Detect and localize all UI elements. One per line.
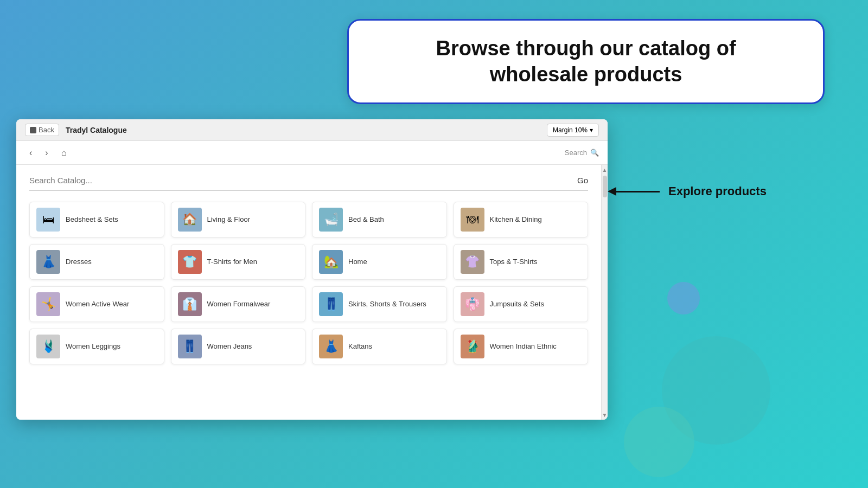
category-card-jeans[interactable]: 👖Women Jeans — [171, 329, 306, 364]
category-label-jeans: Women Jeans — [207, 342, 252, 351]
category-label-formalwear: Women Formalwear — [207, 300, 271, 309]
callout-line2: wholesale products — [490, 63, 682, 86]
nav-back-button[interactable]: ‹ — [25, 146, 36, 160]
category-card-kaftans[interactable]: 👗Kaftans — [312, 329, 447, 364]
category-thumb-tops: 👚 — [461, 250, 484, 274]
category-label-bed-bath: Bed & Bath — [348, 215, 384, 224]
svg-rect-0 — [30, 127, 36, 133]
category-thumb-skirts: 👖 — [319, 292, 343, 316]
nav-search-placeholder: Search — [565, 149, 587, 157]
nav-forward-button[interactable]: › — [41, 146, 52, 160]
arrow-shaft — [616, 191, 660, 192]
content-area-wrapper: Go 🛏Bedsheet & Sets🏠Living & Floor🛁Bed &… — [16, 165, 608, 420]
scrollbar-track: ▲ ▼ — [601, 165, 608, 420]
category-label-ethnic: Women Indian Ethnic — [490, 342, 557, 351]
category-grid: 🛏Bedsheet & Sets🏠Living & Floor🛁Bed & Ba… — [29, 202, 588, 364]
callout-box: Browse through our catalog of wholesale … — [347, 19, 825, 104]
category-label-home: Home — [348, 258, 367, 267]
back-icon — [30, 127, 36, 133]
scroll-up-arrow[interactable]: ▲ — [602, 166, 608, 174]
category-label-skirts: Skirts, Shorts & Trousers — [348, 300, 426, 309]
category-card-activewear[interactable]: 🤸Women Active Wear — [29, 286, 164, 322]
nav-home-button[interactable]: ⌂ — [57, 146, 71, 160]
category-label-dresses: Dresses — [66, 258, 92, 267]
category-thumb-dresses: 👗 — [36, 250, 60, 274]
category-thumb-home: 🏡 — [319, 250, 343, 274]
category-thumb-bed-bath: 🛁 — [319, 208, 343, 232]
category-thumb-ethnic: 🥻 — [461, 335, 484, 358]
category-card-tops[interactable]: 👚Tops & T-Shirts — [454, 244, 589, 280]
category-label-bedsheet: Bedsheet & Sets — [66, 215, 118, 224]
content-area: Go 🛏Bedsheet & Sets🏠Living & Floor🛁Bed &… — [16, 165, 601, 420]
callout-line1: Browse through our catalog of — [436, 37, 736, 60]
category-card-bed-bath[interactable]: 🛁Bed & Bath — [312, 202, 447, 237]
deco-circle-1 — [667, 282, 700, 314]
category-card-bedsheet[interactable]: 🛏Bedsheet & Sets — [29, 202, 164, 237]
explore-label-container: Explore products — [608, 184, 767, 198]
title-bar-left: Back Tradyl Catalogue — [25, 124, 127, 136]
category-thumb-kitchen: 🍽 — [461, 208, 484, 232]
category-card-dresses[interactable]: 👗Dresses — [29, 244, 164, 280]
category-card-home[interactable]: 🏡Home — [312, 244, 447, 280]
nav-back-icon: ‹ — [29, 148, 32, 157]
category-thumb-tshirts-men: 👕 — [178, 250, 202, 274]
category-card-skirts[interactable]: 👖Skirts, Shorts & Trousers — [312, 286, 447, 322]
back-button[interactable]: Back — [25, 124, 59, 136]
category-label-tops: Tops & T-Shirts — [490, 258, 538, 267]
category-thumb-bedsheet: 🛏 — [36, 208, 60, 232]
go-label: Go — [577, 176, 588, 185]
browser-window: Back Tradyl Catalogue Margin 10% ▾ ‹ › ⌂… — [16, 119, 608, 420]
search-catalog-input[interactable] — [29, 176, 246, 185]
category-card-formalwear[interactable]: 👔Women Formalwear — [171, 286, 306, 322]
category-card-jumpsuits[interactable]: 👘Jumpsuits & Sets — [454, 286, 589, 322]
category-label-leggings: Women Leggings — [66, 342, 120, 351]
search-row: Go — [29, 176, 588, 191]
deco-circle-3 — [624, 407, 694, 477]
category-thumb-living: 🏠 — [178, 208, 202, 232]
search-icon: 🔍 — [590, 149, 599, 157]
category-thumb-leggings: 🩱 — [36, 335, 60, 358]
nav-forward-icon: › — [45, 148, 48, 157]
scroll-down-arrow[interactable]: ▼ — [602, 411, 608, 419]
category-thumb-activewear: 🤸 — [36, 292, 60, 316]
arrow-line — [608, 187, 660, 196]
app-title: Tradyl Catalogue — [66, 126, 127, 134]
callout-title: Browse through our catalog of wholesale … — [371, 36, 801, 87]
explore-products-text: Explore products — [668, 184, 767, 198]
nav-left: ‹ › ⌂ — [25, 146, 71, 160]
title-bar: Back Tradyl Catalogue Margin 10% ▾ — [16, 119, 608, 141]
category-label-tshirts-men: T-Shirts for Men — [207, 258, 257, 267]
category-card-leggings[interactable]: 🩱Women Leggings — [29, 329, 164, 364]
margin-button[interactable]: Margin 10% ▾ — [547, 124, 599, 137]
category-label-kitchen: Kitchen & Dining — [490, 215, 542, 224]
category-label-jumpsuits: Jumpsuits & Sets — [490, 300, 544, 309]
category-card-kitchen[interactable]: 🍽Kitchen & Dining — [454, 202, 589, 237]
nav-right: Search 🔍 — [565, 149, 599, 157]
category-thumb-jumpsuits: 👘 — [461, 292, 484, 316]
back-label: Back — [39, 126, 54, 134]
category-thumb-jeans: 👖 — [178, 335, 202, 358]
margin-label: Margin 10% — [553, 126, 588, 134]
nav-bar: ‹ › ⌂ Search 🔍 — [16, 141, 608, 165]
category-label-living: Living & Floor — [207, 215, 250, 224]
category-thumb-formalwear: 👔 — [178, 292, 202, 316]
scrollbar-thumb[interactable] — [603, 176, 607, 197]
nav-home-icon: ⌂ — [61, 148, 67, 157]
category-card-tshirts-men[interactable]: 👕T-Shirts for Men — [171, 244, 306, 280]
go-button[interactable]: Go — [577, 176, 588, 185]
category-thumb-kaftans: 👗 — [319, 335, 343, 358]
chevron-down-icon: ▾ — [590, 126, 593, 134]
category-card-ethnic[interactable]: 🥻Women Indian Ethnic — [454, 329, 589, 364]
category-label-kaftans: Kaftans — [348, 342, 372, 351]
category-card-living[interactable]: 🏠Living & Floor — [171, 202, 306, 237]
category-label-activewear: Women Active Wear — [66, 300, 129, 309]
arrow-head — [608, 187, 616, 196]
